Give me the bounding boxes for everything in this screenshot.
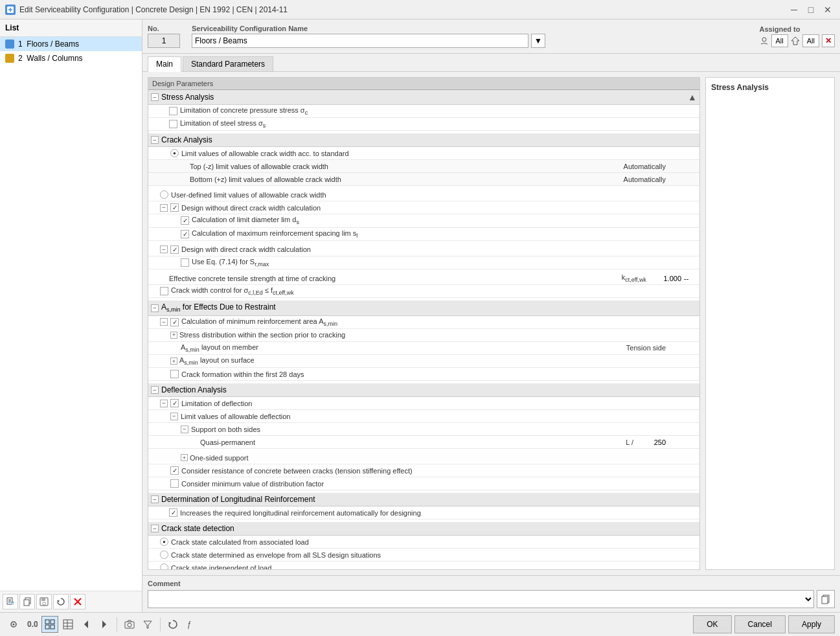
reload-button[interactable] [53, 594, 69, 609]
user-defined-radio[interactable] [160, 190, 168, 199]
crack-state-toggle[interactable]: − [151, 525, 159, 532]
view-tool-button[interactable] [5, 616, 22, 633]
filter-tool-button[interactable] [139, 616, 156, 633]
crack-formation-checkbox[interactable] [170, 370, 179, 378]
crack-envelope-radio[interactable] [160, 551, 168, 559]
deflection-toggle[interactable]: − [151, 386, 159, 394]
comment-select[interactable] [148, 590, 814, 608]
user-defined-radio-row: User-defined limit values of allowable c… [148, 188, 699, 201]
longitudinal-toggle[interactable]: − [151, 495, 159, 503]
design-without-toggle[interactable]: − [160, 204, 168, 212]
refresh-tool-button[interactable] [165, 616, 181, 633]
assigned-group: Assigned to All All ✕ [760, 25, 835, 47]
list-items: 1 Floors / Beams 2 Walls / Columns [0, 37, 142, 591]
formula-tool-button[interactable]: ƒ [183, 616, 199, 633]
no-input[interactable] [148, 34, 180, 48]
limit-concrete-pressure-checkbox[interactable] [169, 107, 177, 115]
limitation-deflection-row: − Limitation of deflection [148, 397, 699, 410]
apply-button[interactable]: Apply [788, 615, 835, 633]
name-dropdown-button[interactable]: ▼ [531, 34, 545, 48]
crack-from-load-radio[interactable] [160, 538, 168, 546]
asmin-surface-toggle[interactable]: + [170, 358, 177, 365]
stress-analysis-right-panel: Stress Analysis [705, 77, 835, 570]
one-sided-toggle[interactable]: + [181, 454, 188, 461]
clear-assigned-button[interactable]: ✕ [822, 34, 835, 47]
right-panel: No. Serviceability Configuration Name ▼ … [142, 19, 840, 612]
calc-min-reinforcement-checkbox[interactable] [170, 318, 179, 326]
consider-minimum-checkbox[interactable] [170, 479, 179, 488]
arrow-left-tool-button[interactable] [78, 616, 95, 633]
scroll-indicator: ▲ [688, 92, 697, 102]
delete-button[interactable] [70, 594, 85, 609]
close-button[interactable]: ✕ [821, 3, 835, 16]
bottom-limit-row: Bottom (+z) limit values of allowable cr… [148, 173, 699, 186]
new-button[interactable] [3, 594, 18, 609]
toolbar-separator2 [160, 617, 161, 631]
svg-marker-31 [102, 620, 106, 628]
crack-envelope-row: Crack state determined as envelope from … [148, 549, 699, 562]
arrow-right-tool-button[interactable] [96, 616, 113, 633]
table-tool-button[interactable] [60, 616, 76, 633]
grid-tool-button[interactable] [41, 616, 58, 633]
window-controls: ─ □ ✕ [787, 3, 835, 16]
support-both-toggle[interactable]: − [181, 426, 188, 433]
limit-values-deflection-row: − Limit values of allowable deflection [148, 410, 699, 423]
minimize-button[interactable]: ─ [787, 3, 801, 16]
copy-button[interactable] [19, 594, 35, 609]
deflection-section: − Deflection Analysis [148, 383, 699, 397]
design-with-direct-row: − Design with direct crack width calcula… [148, 244, 699, 256]
increases-required-row: Increases the required longitudinal rein… [148, 506, 699, 519]
name-input[interactable] [192, 34, 528, 48]
calc-min-toggle[interactable]: − [160, 318, 168, 326]
tab-main[interactable]: Main [148, 56, 181, 72]
use-eq-checkbox[interactable] [181, 258, 189, 267]
stress-dist-toggle[interactable]: + [170, 332, 177, 339]
design-with-checkbox[interactable] [170, 245, 179, 254]
calc-max-spacing-checkbox[interactable] [181, 230, 189, 238]
design-without-checkbox[interactable] [170, 203, 179, 212]
assigned-all-button2[interactable]: All [802, 34, 819, 47]
left-panel: List 1 Floors / Beams 2 Walls / Columns [0, 19, 142, 612]
floors-beams-icon [5, 40, 14, 49]
crack-analysis-toggle[interactable]: − [151, 136, 159, 144]
list-item[interactable]: 1 Floors / Beams [0, 37, 142, 51]
comment-copy-button[interactable] [817, 590, 835, 608]
design-with-toggle[interactable]: − [160, 245, 168, 253]
crack-independent-radio[interactable] [160, 563, 168, 570]
stress-analysis-right-title: Stress Analysis [711, 83, 829, 92]
crack-analysis-label: Crack Analysis [161, 135, 212, 144]
limit-concrete-pressure: Limitation of concrete pressure stress σ… [148, 105, 699, 118]
limit-values-radio[interactable] [170, 149, 179, 157]
calc-limit-diameter-checkbox[interactable] [181, 216, 189, 225]
load-icon [791, 36, 800, 45]
member-icon [760, 36, 769, 45]
tab-standard-parameters[interactable]: Standard Parameters [183, 56, 273, 71]
list-item[interactable]: 2 Walls / Columns [0, 51, 142, 65]
bottom-actions: OK Cancel Apply [693, 615, 835, 633]
ok-button[interactable]: OK [693, 615, 731, 633]
one-sided-support-row: + One-sided support [148, 451, 699, 464]
limitation-deflection-toggle[interactable]: − [160, 400, 168, 407]
save-button[interactable] [36, 594, 52, 609]
cancel-button[interactable]: Cancel [734, 615, 786, 633]
stress-analysis-toggle[interactable]: − [151, 93, 159, 101]
crack-formation-row: Crack formation within the first 28 days [148, 368, 699, 381]
increases-required-checkbox[interactable] [169, 508, 177, 517]
crack-width-control-checkbox[interactable] [160, 287, 168, 295]
crack-width-control-row: Crack width control for σc,l,Ed ≤ fct,ef… [148, 285, 699, 298]
svg-marker-30 [84, 620, 88, 628]
toolbar-separator1 [117, 617, 117, 631]
number-tool-button[interactable]: 0.0 [23, 616, 40, 633]
maximize-button[interactable]: □ [804, 3, 818, 16]
camera-tool-button[interactable] [121, 616, 138, 633]
svg-rect-12 [43, 602, 45, 605]
title-bar: Edit Serviceability Configuration | Conc… [0, 0, 840, 19]
limit-steel-stress-checkbox[interactable] [169, 120, 177, 128]
limit-values-deflection-toggle[interactable]: − [170, 413, 178, 420]
asmin-toggle[interactable]: − [151, 304, 159, 312]
limitation-deflection-checkbox[interactable] [170, 399, 179, 407]
list-header: List [0, 19, 142, 37]
assigned-all-button1[interactable]: All [771, 34, 788, 47]
stress-analysis-section: − Stress Analysis ▲ [148, 90, 699, 105]
consider-resistance-checkbox[interactable] [170, 466, 179, 475]
